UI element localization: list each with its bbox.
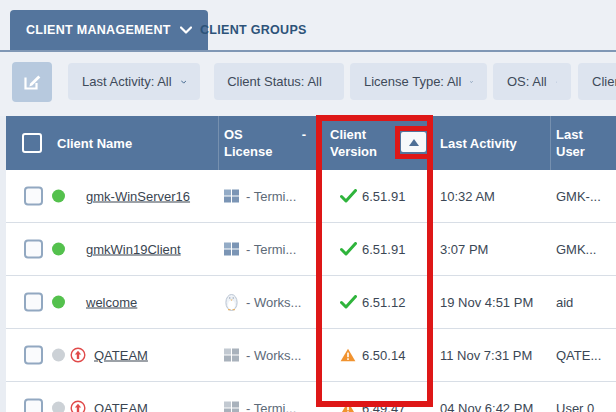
last-activity: 19 Nov 4:51 PM — [440, 295, 533, 310]
filter-license-type[interactable]: License Type: All — [350, 63, 487, 100]
license-text: - Termi... — [246, 242, 296, 257]
filter-client-version[interactable]: Client — [578, 63, 616, 100]
column-header-client-version[interactable]: ClientVersion — [330, 126, 377, 160]
filter-last-activity[interactable]: Last Activity: All — [68, 63, 200, 100]
table-header: Client Name OS- License ClientVersion La… — [6, 116, 616, 170]
edit-pencil-icon — [22, 72, 42, 92]
column-header-last-activity[interactable]: Last Activity — [440, 135, 517, 152]
column-header-os-license-line1[interactable]: OS- — [224, 126, 306, 143]
windows-icon — [224, 402, 239, 412]
column-header-last-user[interactable]: LastUser — [556, 126, 585, 160]
check-icon — [340, 295, 357, 309]
update-available-icon — [70, 400, 86, 412]
check-icon — [340, 189, 357, 203]
linux-penguin-icon — [224, 293, 239, 311]
table-row: QATEAM - Works... 6.50.14 11 Nov 7:31 PM… — [6, 329, 616, 382]
table-row: gmkWin19Client - Termi... 6.51.91 3:07 P… — [6, 223, 616, 276]
column-header-os-license-line2[interactable]: License — [224, 143, 272, 160]
last-activity: 04 Nov 6:42 PM — [440, 401, 533, 412]
table-row: QATEAM - Termi... 6.49.47 04 Nov 6:42 PM… — [6, 382, 616, 412]
last-activity: 10:32 AM — [440, 189, 495, 204]
filter-client-status[interactable]: Client Status: All — [214, 63, 344, 100]
warning-triangle-icon — [340, 348, 356, 362]
windows-icon — [224, 243, 239, 256]
license-text: - Works... — [246, 348, 301, 363]
status-online-icon — [52, 296, 65, 309]
column-separator — [550, 116, 551, 170]
filter-last-activity-label: Last Activity: All — [82, 74, 172, 89]
chevron-down-icon — [470, 78, 473, 86]
edit-button[interactable] — [12, 62, 52, 102]
last-user: GMK... — [556, 242, 596, 257]
sort-ascending-button[interactable] — [401, 132, 426, 152]
license-text: - Termi... — [246, 189, 296, 204]
license-text: - Works... — [246, 295, 301, 310]
chevron-down-icon — [556, 78, 557, 86]
client-name-link[interactable]: gmkWin19Client — [86, 242, 181, 257]
status-online-icon — [52, 190, 65, 203]
status-online-icon — [52, 243, 65, 256]
row-checkbox[interactable] — [24, 187, 43, 206]
status-offline-icon — [52, 402, 65, 412]
update-available-icon — [70, 347, 86, 363]
column-header-client-name[interactable]: Client Name — [57, 135, 132, 152]
last-user: QATE... — [556, 348, 601, 363]
client-name-link[interactable]: QATEAM — [94, 348, 148, 363]
sort-ascending-icon — [409, 139, 419, 146]
filter-client-version-label: Client — [592, 74, 616, 89]
license-text: - Termi... — [246, 401, 296, 412]
check-icon — [340, 242, 357, 256]
tab-client-groups-label: CLIENT GROUPS — [200, 23, 307, 37]
last-activity: 3:07 PM — [440, 242, 488, 257]
windows-icon — [224, 349, 239, 362]
client-management-screen: CLIENT MANAGEMENT CLIENT GROUPS Last Act… — [0, 0, 616, 412]
tab-client-groups[interactable]: CLIENT GROUPS — [192, 10, 315, 50]
toolbar: Last Activity: All Client Status: All Li… — [0, 52, 616, 115]
status-offline-icon — [52, 349, 65, 362]
last-user: User 0 — [556, 401, 594, 412]
last-user: GMK-... — [556, 189, 601, 204]
filter-os[interactable]: OS: All — [493, 63, 571, 100]
table-row: welcome - Works... 6.51.12 19 Nov 4:51 P… — [6, 276, 616, 329]
client-version: 6.51.91 — [362, 242, 405, 257]
client-name-link[interactable]: welcome — [86, 295, 137, 310]
filter-license-type-label: License Type: All — [364, 74, 461, 89]
client-name-link[interactable]: QATEAM — [94, 401, 148, 412]
table-row: gmk-WinServer16 - Termi... 6.51.91 10:32… — [6, 170, 616, 223]
last-activity: 11 Nov 7:31 PM — [440, 348, 532, 363]
client-version: 6.49.47 — [362, 401, 405, 412]
chevron-down-icon — [181, 78, 186, 86]
row-checkbox[interactable] — [24, 240, 43, 259]
chevron-down-icon — [180, 26, 192, 34]
row-checkbox[interactable] — [24, 346, 43, 365]
client-version: 6.51.91 — [362, 189, 405, 204]
tab-client-management-label: CLIENT MANAGEMENT — [26, 23, 171, 37]
last-user: aid — [556, 295, 573, 310]
row-checkbox[interactable] — [24, 293, 43, 312]
filter-os-label: OS: All — [507, 74, 547, 89]
filter-client-status-label: Client Status: All — [227, 74, 322, 89]
select-all-checkbox[interactable] — [22, 133, 42, 153]
row-checkbox[interactable] — [24, 399, 43, 412]
windows-icon — [224, 190, 239, 203]
client-name-link[interactable]: gmk-WinServer16 — [86, 189, 190, 204]
column-separator — [218, 116, 219, 170]
tab-client-management[interactable]: CLIENT MANAGEMENT — [10, 10, 208, 50]
client-version: 6.50.14 — [362, 348, 405, 363]
client-version: 6.51.12 — [362, 295, 405, 310]
warning-triangle-icon — [340, 401, 356, 412]
tab-bar: CLIENT MANAGEMENT CLIENT GROUPS — [0, 10, 616, 50]
